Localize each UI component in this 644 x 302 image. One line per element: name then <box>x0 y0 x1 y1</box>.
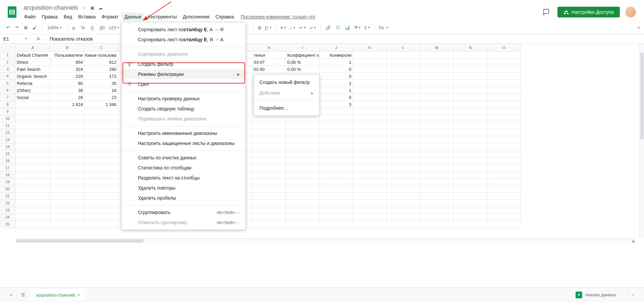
cell[interactable] <box>487 66 521 73</box>
cell[interactable] <box>353 214 387 221</box>
cell[interactable] <box>85 200 118 207</box>
cell[interactable] <box>353 186 387 193</box>
cell[interactable] <box>85 108 118 115</box>
cell[interactable] <box>319 157 353 164</box>
row-header[interactable]: 9 <box>0 108 15 115</box>
cell[interactable] <box>420 136 454 143</box>
menu-справка[interactable]: Справка <box>213 13 237 21</box>
cell[interactable] <box>454 157 487 164</box>
cell[interactable] <box>353 94 387 101</box>
cell[interactable] <box>487 101 521 108</box>
cell[interactable] <box>353 73 387 80</box>
valign-icon[interactable]: ⟂ ▼ <box>288 24 297 32</box>
cell[interactable] <box>15 221 50 228</box>
cell[interactable]: 1 348 <box>85 101 118 108</box>
menu-вставка[interactable]: Вставка <box>76 13 98 21</box>
cell[interactable] <box>420 122 454 129</box>
cell[interactable] <box>15 179 50 186</box>
cell[interactable] <box>387 221 420 228</box>
col-header[interactable]: B <box>50 44 85 51</box>
cell[interactable] <box>387 52 420 59</box>
cell[interactable] <box>454 87 487 94</box>
cell[interactable] <box>454 73 487 80</box>
cell[interactable] <box>252 122 286 129</box>
cell[interactable] <box>15 214 50 221</box>
cell[interactable] <box>319 108 353 115</box>
cell[interactable] <box>420 150 454 157</box>
functions-icon[interactable]: Σ ▼ <box>363 24 372 32</box>
col-header[interactable]: O <box>487 44 521 51</box>
cell[interactable] <box>353 136 387 143</box>
cell[interactable] <box>487 129 521 136</box>
cell[interactable] <box>387 179 420 186</box>
cell[interactable] <box>15 115 50 122</box>
cell[interactable] <box>420 186 454 193</box>
cell[interactable] <box>387 115 420 122</box>
cell[interactable] <box>387 122 420 129</box>
cell[interactable] <box>387 214 420 221</box>
cell[interactable] <box>286 136 319 143</box>
cell[interactable] <box>286 150 319 157</box>
add-sheet-icon[interactable]: ＋ <box>7 290 15 300</box>
input-tools[interactable]: Ру <box>378 24 385 32</box>
cell[interactable]: 0,06 % <box>286 59 319 66</box>
cell[interactable] <box>487 171 521 179</box>
row-header[interactable]: 6 <box>0 87 15 94</box>
cell[interactable] <box>454 171 487 179</box>
cell[interactable] <box>454 207 487 214</box>
cell[interactable] <box>420 66 454 73</box>
cell[interactable] <box>487 193 521 200</box>
select-all-corner[interactable] <box>0 44 15 52</box>
cell[interactable] <box>15 193 50 200</box>
menu-protected-sheets[interactable]: Настроить защищенные листы и диапазоны <box>122 138 245 148</box>
cell[interactable]: 1 <box>319 87 353 94</box>
cell[interactable] <box>420 214 454 221</box>
cell[interactable] <box>387 193 420 200</box>
cell[interactable] <box>487 73 521 80</box>
cell[interactable] <box>319 164 353 171</box>
cell[interactable]: 23 <box>85 94 118 101</box>
cell[interactable] <box>85 136 118 143</box>
row-header[interactable]: 25 <box>0 221 15 228</box>
cell[interactable] <box>420 52 454 59</box>
cell[interactable] <box>387 200 420 207</box>
last-edit-link[interactable]: Последнее изменение: только что <box>237 13 319 21</box>
horizontal-scrollbar[interactable]: ◂ ▸ <box>15 238 636 243</box>
menu-инструменты[interactable]: Инструменты <box>145 13 179 21</box>
row-header[interactable]: 22 <box>0 200 15 207</box>
comments-icon[interactable] <box>540 6 552 18</box>
cell[interactable] <box>454 200 487 207</box>
cell[interactable] <box>319 171 353 179</box>
cell[interactable] <box>420 164 454 171</box>
scroll-right-icon[interactable]: ▸ <box>631 239 636 243</box>
cell[interactable] <box>15 143 50 150</box>
menu-вид[interactable]: Вид <box>61 13 75 21</box>
cell[interactable] <box>15 129 50 136</box>
cell[interactable] <box>420 59 454 66</box>
menu-cleanup[interactable]: Советы по очистке данных <box>122 153 245 163</box>
cell[interactable] <box>319 143 353 150</box>
cell[interactable] <box>420 171 454 179</box>
vertical-scrollbar[interactable] <box>639 44 644 238</box>
row-header[interactable]: 16 <box>0 157 15 164</box>
cell[interactable] <box>353 207 387 214</box>
cell[interactable] <box>387 157 420 164</box>
cell[interactable] <box>85 221 118 228</box>
cell[interactable] <box>286 171 319 179</box>
cell[interactable] <box>252 157 286 164</box>
cell[interactable]: (Other) <box>15 87 50 94</box>
cell[interactable] <box>319 200 353 207</box>
menu-sort-sheet-za[interactable]: Сортировать лист по столбцу E, Я → А <box>122 35 245 45</box>
cloud-icon[interactable]: ☁ <box>98 5 103 10</box>
row-header[interactable]: 12 <box>0 129 15 136</box>
menu-remove-duplicates[interactable]: Удалить повторы <box>122 183 245 193</box>
menu-create-filter[interactable]: Создать фильтр <box>122 59 245 69</box>
cell[interactable]: тельн <box>252 52 286 59</box>
cell[interactable] <box>420 207 454 214</box>
halign-icon[interactable]: ≡ ▼ <box>279 24 288 32</box>
cell[interactable] <box>420 179 454 186</box>
cell[interactable]: Пользователи <box>50 52 85 59</box>
cell[interactable] <box>454 115 487 122</box>
cell[interactable]: 02:40 <box>252 66 286 73</box>
cell[interactable]: 16 <box>85 87 118 94</box>
